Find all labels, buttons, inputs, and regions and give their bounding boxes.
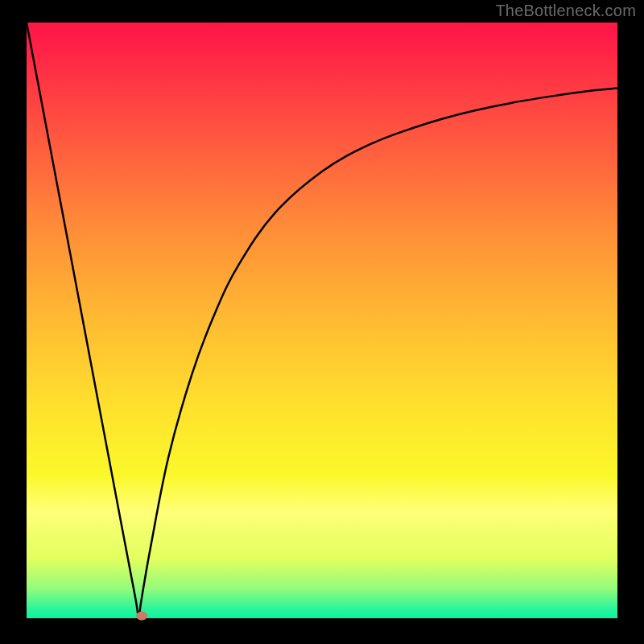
marker-dot bbox=[136, 612, 147, 621]
bottleneck-chart bbox=[0, 0, 644, 644]
plot-background bbox=[27, 23, 617, 618]
watermark-label: TheBottleneck.com bbox=[495, 2, 636, 20]
chart-stage: TheBottleneck.com bbox=[0, 0, 644, 644]
